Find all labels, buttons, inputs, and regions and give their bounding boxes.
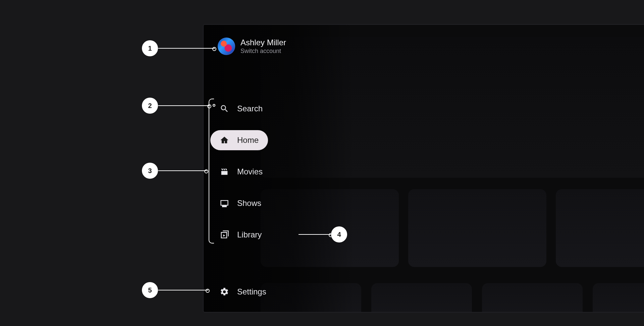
home-icon (220, 135, 229, 145)
nav-label: Settings (237, 288, 266, 296)
nav-label: Movies (237, 168, 263, 176)
nav-item-settings[interactable]: Settings (210, 282, 276, 302)
nav-drawer: Ashley Miller Switch account Search Home (204, 25, 355, 312)
bg-tile (482, 283, 583, 313)
gear-icon (220, 287, 229, 296)
library-icon (220, 230, 229, 239)
annotation-marker-3: 3 (142, 163, 158, 179)
account-name: Ashley Miller (240, 38, 286, 48)
nav-label: Shows (237, 199, 261, 207)
annotation-lead-4 (299, 234, 331, 235)
annotation-bracket-dot-top (213, 104, 215, 107)
bg-tile (408, 189, 546, 267)
nav-label: Library (237, 231, 262, 239)
tv-icon (220, 199, 229, 208)
annotation-lead-2 (158, 105, 210, 106)
account-subtitle: Switch account (240, 48, 286, 55)
annotation-marker-2: 2 (142, 98, 158, 114)
nav-label: Search (237, 105, 263, 113)
annotation-lead-1 (158, 48, 215, 49)
clapper-icon (220, 167, 229, 176)
nav-item-shows[interactable]: Shows (210, 193, 271, 213)
nav-item-home[interactable]: Home (210, 130, 268, 150)
bg-tile (556, 189, 644, 267)
account-switcher[interactable]: Ashley Miller Switch account (204, 36, 355, 55)
avatar (218, 38, 235, 55)
annotation-marker-4: 4 (331, 226, 347, 242)
nav-item-library[interactable]: Library (210, 225, 271, 245)
page-frame: 1 2 3 4 5 Ashley Miller (0, 0, 644, 326)
bg-tile (593, 283, 644, 313)
nav-item-search[interactable]: Search (210, 99, 272, 119)
annotation-bracket-3 (209, 99, 214, 243)
nav-list: Search Home Movies (204, 99, 355, 245)
nav-item-movies[interactable]: Movies (210, 162, 272, 182)
tv-app-panel: Ashley Miller Switch account Search Home (203, 24, 644, 313)
annotation-lead-5 (158, 290, 208, 290)
nav-label: Home (237, 136, 259, 144)
search-icon (220, 104, 229, 113)
annotation-lead-3 (158, 170, 207, 171)
annotation-marker-5: 5 (142, 282, 158, 298)
bg-tile (371, 283, 472, 313)
annotation-marker-1: 1 (142, 40, 158, 56)
